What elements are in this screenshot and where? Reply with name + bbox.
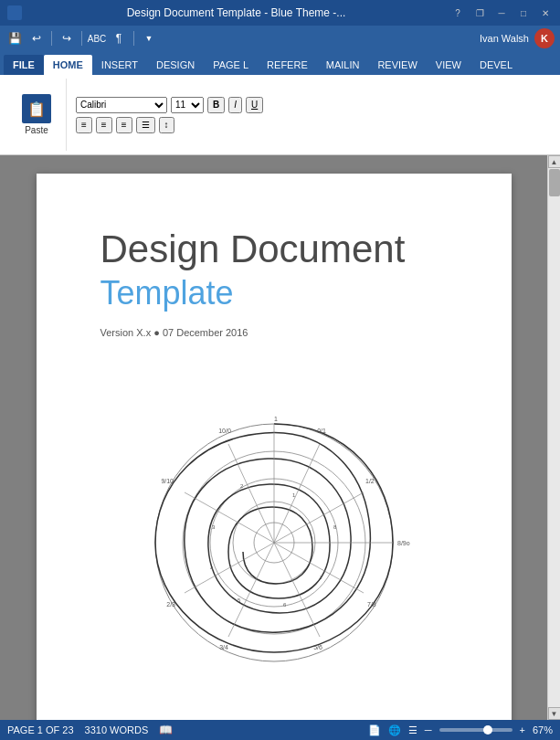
tab-references[interactable]: REFERE	[258, 55, 317, 75]
tab-view[interactable]: VIEW	[427, 55, 470, 75]
zoom-level[interactable]: 67%	[533, 724, 553, 735]
zoom-slider[interactable]	[439, 728, 512, 732]
maximize-button[interactable]: □	[516, 7, 531, 18]
status-bar-right: 📄 🌐 ☰ ─ + 67%	[368, 724, 553, 736]
editor-content: Design Document Template Version X.x ● 0…	[0, 155, 547, 720]
scrollbar-vertical[interactable]: ▲ ▼	[547, 155, 560, 720]
spiral-diagram: 1 8/9o 1/2 7/8 5/6 3/4 2/3 9/10 10/0 0/1…	[100, 375, 448, 702]
scroll-down-button[interactable]: ▼	[548, 707, 561, 720]
page-footer: Company Name - Address - Telephone - Ema…	[100, 711, 448, 720]
proofing-icon[interactable]: 📖	[159, 724, 173, 736]
scroll-up-button[interactable]: ▲	[548, 155, 561, 168]
ribbon-content: 📋 Paste Calibri 11 B I U ≡ ≡ ≡ ☰ ↕	[0, 75, 560, 155]
italic-button[interactable]: I	[228, 97, 242, 113]
zoom-out-button[interactable]: ─	[425, 724, 432, 735]
user-name: Ivan Walsh	[480, 33, 529, 44]
help-button[interactable]: ?	[450, 7, 465, 18]
title-bar-controls: ? ❐ ─ □ ✕	[450, 7, 553, 18]
font-row: Calibri 11 B I U	[76, 97, 545, 113]
editor-container: Design Document Template Version X.x ● 0…	[0, 155, 560, 720]
svg-text:2/3: 2/3	[166, 601, 175, 608]
svg-text:2: 2	[240, 483, 244, 489]
paste-icon: 📋	[22, 94, 51, 123]
underline-button[interactable]: U	[246, 97, 263, 113]
page-version: Version X.x ● 07 December 2016	[100, 327, 448, 338]
svg-text:6: 6	[283, 602, 287, 608]
bold-button[interactable]: B	[207, 97, 225, 113]
quick-access-toolbar: 💾 ↩ ↪ ABC ¶ ▼ Ivan Walsh K	[0, 26, 560, 51]
restore-button[interactable]: ❐	[472, 7, 487, 18]
page-title-sub: Template	[100, 274, 448, 312]
undo-button[interactable]: ↩	[27, 29, 46, 48]
svg-text:10/0: 10/0	[218, 428, 231, 434]
svg-text:5: 5	[238, 597, 241, 603]
svg-text:9/10: 9/10	[161, 478, 174, 484]
view-print-button[interactable]: 📄	[368, 724, 381, 736]
svg-text:3/4: 3/4	[219, 644, 228, 650]
save-quick-button[interactable]: 💾	[5, 29, 24, 48]
word-count: 3310 WORDS	[85, 724, 149, 735]
title-bar-left	[7, 5, 22, 20]
align-left-button[interactable]: ≡	[76, 117, 92, 133]
tab-design[interactable]: DESIGN	[147, 55, 204, 75]
view-outline-button[interactable]: ☰	[408, 724, 417, 736]
minimize-button[interactable]: ─	[494, 7, 509, 18]
qa-separator-2	[81, 31, 82, 46]
page-title-main: Design Document	[100, 228, 448, 270]
line-spacing-button[interactable]: ↕	[159, 117, 174, 133]
svg-text:3: 3	[212, 524, 216, 530]
tab-review[interactable]: REVIEW	[368, 55, 426, 75]
svg-text:5/6: 5/6	[313, 644, 322, 650]
ribbon-tabs: FILE HOME INSERT DESIGN PAGE L REFERE MA…	[0, 51, 560, 75]
svg-line-13	[185, 492, 274, 543]
redo-button[interactable]: ↪	[58, 29, 76, 48]
qa-separator-3	[133, 31, 134, 46]
view-web-button[interactable]: 🌐	[388, 724, 401, 736]
align-center-button[interactable]: ≡	[96, 117, 112, 133]
scroll-track[interactable]	[548, 168, 561, 707]
format-marks-button[interactable]: ¶	[110, 29, 128, 48]
svg-text:1: 1	[274, 416, 278, 422]
close-button[interactable]: ✕	[538, 7, 553, 18]
zoom-thumb	[483, 725, 492, 735]
tab-page-layout[interactable]: PAGE L	[204, 55, 258, 75]
ribbon-main-group: Calibri 11 B I U ≡ ≡ ≡ ☰ ↕	[69, 93, 553, 137]
document-page: Design Document Template Version X.x ● 0…	[37, 174, 512, 720]
svg-text:8/9o: 8/9o	[397, 540, 410, 546]
qa-separator	[51, 31, 52, 46]
svg-text:7/8: 7/8	[367, 601, 376, 608]
font-size-select[interactable]: 11	[171, 97, 204, 113]
svg-text:0/1: 0/1	[317, 428, 326, 434]
spiral-svg: 1 8/9o 1/2 7/8 5/6 3/4 2/3 9/10 10/0 0/1…	[137, 410, 411, 666]
paragraph-row: ≡ ≡ ≡ ☰ ↕	[76, 117, 545, 133]
tab-file[interactable]: FILE	[4, 55, 44, 75]
ribbon-group-file: 📋 Paste	[7, 79, 67, 151]
tab-insert[interactable]: INSERT	[92, 55, 147, 75]
tab-mailings[interactable]: MAILIN	[317, 55, 369, 75]
spell-check-button[interactable]: ABC	[88, 29, 106, 48]
zoom-in-button[interactable]: +	[520, 724, 525, 735]
title-bar: Design Document Template - Blue Theme -.…	[0, 0, 560, 26]
align-right-button[interactable]: ≡	[116, 117, 132, 133]
tab-home[interactable]: HOME	[44, 55, 92, 75]
font-family-select[interactable]: Calibri	[76, 97, 167, 113]
status-bar: PAGE 1 OF 23 3310 WORDS 📖 📄 🌐 ☰ ─ + 67%	[0, 720, 560, 740]
bullet-list-button[interactable]: ☰	[136, 117, 155, 133]
app-icon	[7, 5, 22, 20]
svg-line-12	[185, 543, 274, 593]
tab-developer[interactable]: DEVEL	[470, 55, 522, 75]
title-bar-title: Design Document Template - Blue Theme -.…	[22, 6, 450, 19]
customize-quick-access[interactable]: ▼	[140, 29, 158, 48]
page-info: PAGE 1 OF 23	[7, 724, 74, 735]
user-avatar[interactable]: K	[534, 28, 555, 48]
scroll-thumb[interactable]	[549, 169, 560, 196]
paste-label: Paste	[25, 125, 48, 135]
svg-text:1/2: 1/2	[365, 478, 375, 484]
paste-button[interactable]: 📋 Paste	[15, 90, 58, 139]
